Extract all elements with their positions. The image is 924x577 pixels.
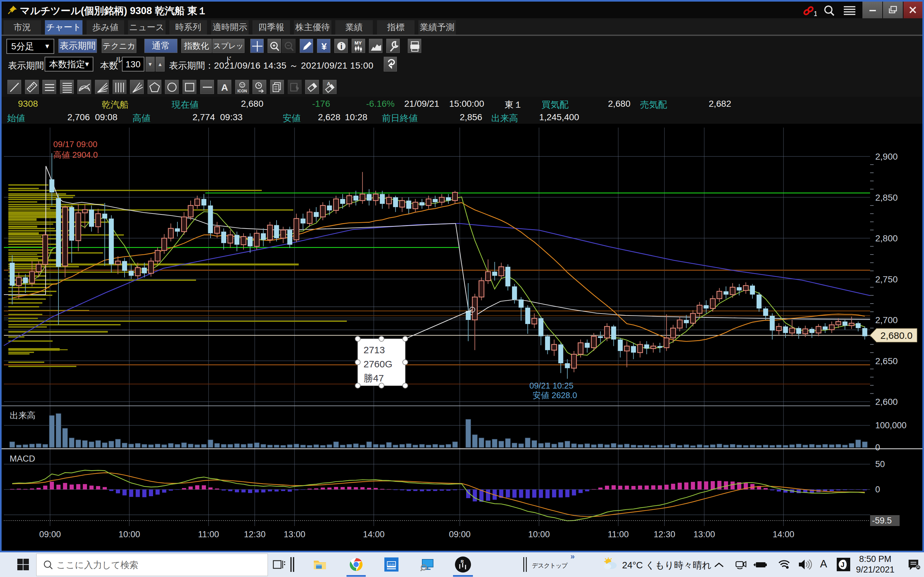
svg-text:14:00: 14:00 xyxy=(772,530,795,539)
svg-text:MY: MY xyxy=(355,40,362,45)
svg-text:09:00: 09:00 xyxy=(39,530,61,539)
svg-text:2,650: 2,650 xyxy=(875,356,898,366)
svg-text:10:00: 10:00 xyxy=(118,530,140,539)
svg-text:12:30: 12:30 xyxy=(244,530,266,539)
svg-text:2,900: 2,900 xyxy=(875,152,898,161)
svg-text:2,800: 2,800 xyxy=(875,234,898,243)
svg-text:i: i xyxy=(341,42,342,51)
svg-text:10:00: 10:00 xyxy=(528,530,550,539)
svg-text:09:00: 09:00 xyxy=(449,530,471,539)
svg-text:13:00: 13:00 xyxy=(284,530,305,539)
svg-text:2760G: 2760G xyxy=(363,359,393,369)
svg-text:14:00: 14:00 xyxy=(363,530,384,539)
svg-text:0: 0 xyxy=(875,443,880,452)
svg-text:安値 2628.0: 安値 2628.0 xyxy=(533,390,577,400)
svg-text:高値 2904.0: 高値 2904.0 xyxy=(53,150,98,160)
svg-text:勝47: 勝47 xyxy=(363,373,384,384)
svg-text:11:00: 11:00 xyxy=(198,530,219,539)
svg-text:2,600: 2,600 xyxy=(875,397,898,407)
svg-text:2,750: 2,750 xyxy=(875,274,898,284)
svg-text:出来高: 出来高 xyxy=(10,411,36,420)
svg-text:A: A xyxy=(221,82,228,93)
svg-text:100,000: 100,000 xyxy=(875,421,907,430)
svg-text:12:00: 12:00 xyxy=(388,563,395,566)
svg-text:11:00: 11:00 xyxy=(607,530,629,539)
svg-text:2,700: 2,700 xyxy=(875,315,898,325)
svg-text:2,850: 2,850 xyxy=(875,193,898,203)
svg-text:09/17 09:00: 09/17 09:00 xyxy=(53,139,97,149)
svg-text:1: 1 xyxy=(814,10,817,17)
svg-text:J: J xyxy=(841,561,845,569)
svg-text:50: 50 xyxy=(875,459,885,469)
svg-text:2,680.0: 2,680.0 xyxy=(880,330,913,341)
svg-text:MACD: MACD xyxy=(10,454,35,464)
svg-text:13:00: 13:00 xyxy=(693,530,715,539)
svg-text:-59.5: -59.5 xyxy=(872,516,892,525)
svg-text:2713: 2713 xyxy=(363,345,385,355)
svg-text:12:30: 12:30 xyxy=(654,530,675,539)
svg-text:ICON: ICON xyxy=(237,89,247,93)
svg-text:¥: ¥ xyxy=(321,41,327,52)
svg-text:0: 0 xyxy=(875,485,880,494)
svg-text:09/21 10:25: 09/21 10:25 xyxy=(529,381,573,390)
